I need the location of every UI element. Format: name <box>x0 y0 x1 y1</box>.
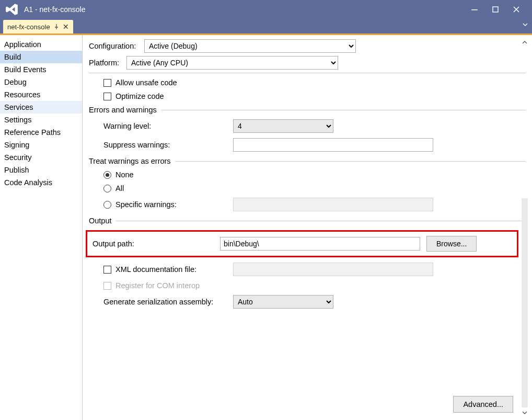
sidebar-item-reference-paths[interactable]: Reference Paths <box>0 126 82 139</box>
register-com-label: Register for COM interop <box>115 281 200 290</box>
sidebar-item-signing[interactable]: Signing <box>0 139 82 151</box>
gen-serial-select[interactable]: Auto <box>233 295 333 309</box>
sidebar-item-publish[interactable]: Publish <box>0 164 82 176</box>
pin-icon[interactable] <box>53 24 60 30</box>
warning-level-label: Warning level: <box>103 122 233 130</box>
optimize-code-checkbox[interactable] <box>103 93 111 100</box>
suppress-warnings-input[interactable] <box>233 138 433 152</box>
treat-all-radio[interactable] <box>103 185 111 192</box>
sidebar-item-services[interactable]: Services <box>0 101 82 113</box>
output-path-input[interactable] <box>220 237 420 251</box>
tab-close-icon[interactable]: ✕ <box>63 22 69 31</box>
platform-select[interactable]: Active (Any CPU) <box>126 56 338 70</box>
configuration-label: Configuration: <box>89 42 144 50</box>
output-path-label: Output path: <box>92 240 220 248</box>
optimize-code-label: Optimize code <box>115 92 164 100</box>
output-path-highlight: Output path: Browse... <box>86 230 518 257</box>
xml-doc-checkbox[interactable] <box>103 266 111 274</box>
suppress-warnings-label: Suppress warnings: <box>103 141 233 149</box>
tab-dropdown-icon[interactable] <box>523 22 528 27</box>
sidebar-item-code-analysis[interactable]: Code Analysis <box>0 176 82 189</box>
allow-unsafe-checkbox[interactable] <box>103 79 111 87</box>
maximize-button[interactable] <box>485 2 506 17</box>
browse-button[interactable]: Browse... <box>426 236 477 252</box>
sidebar-item-resources[interactable]: Resources <box>0 88 82 101</box>
register-com-checkbox <box>103 282 111 290</box>
main-panel: Configuration: Active (Debug) Platform: … <box>83 35 532 420</box>
scroll-down-icon[interactable] <box>522 410 528 416</box>
allow-unsafe-label: Allow unsafe code <box>115 78 177 87</box>
svg-rect-1 <box>493 7 498 12</box>
scrollbar-track[interactable] <box>522 198 528 407</box>
sidebar-item-settings[interactable]: Settings <box>0 113 82 126</box>
close-button[interactable] <box>506 2 527 17</box>
sidebar-item-build-events[interactable]: Build Events <box>0 63 82 76</box>
sidebar-item-security[interactable]: Security <box>0 151 82 164</box>
errors-section-title: Errors and warnings <box>89 106 157 114</box>
xml-doc-input[interactable] <box>233 263 433 276</box>
warning-level-select[interactable]: 4 <box>233 119 333 133</box>
sidebar-item-build[interactable]: Build <box>0 51 82 63</box>
tab-project[interactable]: net-fx-console ✕ <box>3 20 73 33</box>
advanced-button[interactable]: Advanced... <box>453 396 513 413</box>
treat-specific-input[interactable] <box>233 198 433 211</box>
title-bar: A1 - net-fx-console <box>0 0 532 19</box>
svg-rect-0 <box>471 9 478 10</box>
treat-specific-label: Specific warnings: <box>115 200 233 209</box>
configuration-select[interactable]: Active (Debug) <box>144 39 356 53</box>
sidebar-item-application[interactable]: Application <box>0 38 82 51</box>
treat-none-label: None <box>115 171 134 179</box>
vs-logo-icon <box>5 3 19 16</box>
treat-all-label: All <box>115 184 124 192</box>
treat-section-title: Treat warnings as errors <box>89 157 171 165</box>
sidebar-item-debug[interactable]: Debug <box>0 76 82 88</box>
window-title: A1 - net-fx-console <box>24 5 464 14</box>
xml-doc-label: XML documentation file: <box>115 265 233 274</box>
output-section-title: Output <box>89 217 112 225</box>
sidebar: Application Build Build Events Debug Res… <box>0 35 83 420</box>
tab-label: net-fx-console <box>7 23 50 31</box>
minimize-button[interactable] <box>464 2 485 17</box>
treat-none-radio[interactable] <box>103 171 111 179</box>
platform-label: Platform: <box>89 59 126 67</box>
treat-specific-radio[interactable] <box>103 201 111 209</box>
tab-bar: net-fx-console ✕ <box>0 19 532 33</box>
scroll-up-icon[interactable] <box>522 39 528 46</box>
gen-serial-label: Generate serialization assembly: <box>103 298 233 306</box>
